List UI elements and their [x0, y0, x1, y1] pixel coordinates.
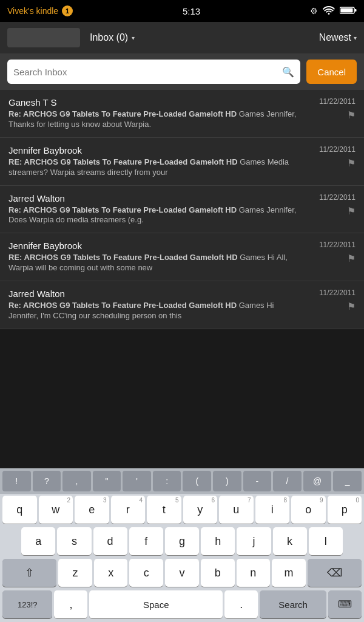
shift-icon: ⇧: [25, 567, 34, 578]
key-o[interactable]: 9o: [291, 496, 326, 524]
email-content: Jennifer Baybrook RE: ARCHOS G9 Tablets …: [8, 145, 298, 178]
email-date: 11/22/2011: [319, 193, 356, 202]
key-letter: y: [197, 504, 203, 515]
flag-icon[interactable]: ⚑: [347, 205, 356, 217]
key-letter: v: [180, 567, 185, 578]
sym-key[interactable]: 123!?: [2, 590, 52, 618]
key-d[interactable]: d: [93, 527, 127, 555]
key-num: 6: [211, 497, 215, 504]
email-meta: 11/22/2011 ⚑: [304, 97, 356, 121]
email-meta: 11/22/2011 ⚑: [304, 145, 356, 169]
key-letter: r: [126, 504, 130, 515]
inbox-label: Inbox (0): [90, 32, 128, 43]
key-v[interactable]: v: [165, 559, 199, 587]
app-title: Vivek's kindle: [7, 6, 58, 16]
key-num: 5: [175, 497, 179, 504]
search-input-wrap[interactable]: 🔍: [7, 60, 300, 84]
flag-icon[interactable]: ⚑: [347, 301, 356, 312]
key-z[interactable]: z: [58, 559, 92, 587]
key-letter: f: [144, 536, 147, 547]
special-key[interactable]: ): [213, 471, 241, 491]
email-item[interactable]: Ganesh T S Re: ARCHOS G9 Tablets To Feat…: [0, 90, 364, 138]
search-input[interactable]: [13, 67, 282, 77]
shift-key[interactable]: ⇧: [2, 559, 56, 587]
key-u[interactable]: 7u: [219, 496, 254, 524]
flag-icon[interactable]: ⚑: [347, 109, 356, 121]
battery-icon: [340, 6, 357, 16]
key-h[interactable]: h: [201, 527, 235, 555]
avatar-placeholder: [7, 28, 80, 47]
inbox-dropdown-arrow: ▾: [132, 35, 135, 41]
key-j[interactable]: j: [237, 527, 271, 555]
key-k[interactable]: k: [273, 527, 307, 555]
newest-selector[interactable]: Newest ▾: [319, 32, 357, 43]
special-key[interactable]: /: [273, 471, 302, 491]
top-bar: Inbox (0) ▾ Newest ▾: [0, 22, 364, 53]
key-g[interactable]: g: [165, 527, 199, 555]
comma-key[interactable]: ,: [54, 590, 87, 618]
cancel-button[interactable]: Cancel: [306, 60, 357, 84]
key-letter: m: [285, 567, 294, 578]
key-p[interactable]: 0p: [328, 496, 362, 524]
email-item[interactable]: Jennifer Baybrook RE: ARCHOS G9 Tablets …: [0, 138, 364, 186]
email-item[interactable]: Jarred Walton Re: ARCHOS G9 Tablets To F…: [0, 281, 364, 329]
key-letter: b: [215, 567, 221, 578]
space-label: Space: [143, 600, 169, 609]
key-y[interactable]: 6y: [183, 496, 218, 524]
key-num: 7: [248, 497, 251, 504]
search-bar: 🔍 Cancel: [0, 53, 364, 90]
key-s[interactable]: s: [57, 527, 91, 555]
key-r[interactable]: 4r: [111, 496, 146, 524]
svg-rect-1: [341, 8, 353, 12]
special-key[interactable]: @: [303, 471, 332, 491]
flag-icon[interactable]: ⚑: [347, 253, 356, 264]
key-i[interactable]: 8i: [255, 496, 290, 524]
newest-label: Newest: [319, 32, 351, 43]
special-key[interactable]: ": [93, 471, 121, 491]
key-e[interactable]: 3e: [75, 496, 109, 524]
key-a[interactable]: a: [21, 527, 55, 555]
email-meta: 11/22/2011 ⚑: [304, 289, 356, 312]
key-b[interactable]: b: [201, 559, 235, 587]
key-q[interactable]: q: [2, 496, 37, 524]
email-content: Jennifer Baybrook RE: ARCHOS G9 Tablets …: [8, 241, 298, 273]
backspace-key[interactable]: ⌫: [308, 559, 362, 587]
key-letter: z: [72, 567, 78, 578]
key-m[interactable]: m: [272, 559, 306, 587]
special-key[interactable]: ': [123, 471, 151, 491]
backspace-icon: ⌫: [327, 567, 342, 578]
key-f[interactable]: f: [129, 527, 163, 555]
key-w[interactable]: 2w: [39, 496, 73, 524]
special-key[interactable]: ?: [33, 471, 61, 491]
space-key[interactable]: Space: [89, 590, 223, 618]
key-letter: u: [233, 504, 239, 515]
email-content: Ganesh T S Re: ARCHOS G9 Tablets To Feat…: [8, 97, 298, 130]
key-c[interactable]: c: [129, 559, 163, 587]
search-key[interactable]: Search: [260, 590, 326, 618]
key-t[interactable]: 5t: [147, 496, 181, 524]
email-item[interactable]: Jennifer Baybrook RE: ARCHOS G9 Tablets …: [0, 233, 364, 281]
key-letter: t: [163, 504, 166, 515]
email-date: 11/22/2011: [319, 97, 356, 106]
flag-icon[interactable]: ⚑: [347, 157, 356, 169]
special-key[interactable]: _: [333, 471, 362, 491]
key-l[interactable]: l: [309, 527, 343, 555]
special-key[interactable]: ,: [62, 471, 91, 491]
email-item[interactable]: Jarred Walton Re: ARCHOS G9 Tablets To F…: [0, 186, 364, 234]
special-key[interactable]: (: [183, 471, 211, 491]
dot-key[interactable]: .: [224, 590, 258, 618]
special-key[interactable]: !: [2, 471, 31, 491]
email-content: Jarred Walton Re: ARCHOS G9 Tablets To F…: [8, 193, 298, 226]
status-icons: ⚙: [310, 6, 357, 16]
inbox-selector[interactable]: Inbox (0) ▾: [90, 32, 135, 43]
dot-label: .: [240, 599, 243, 610]
emoji-key[interactable]: ⌨: [328, 590, 362, 618]
email-sender: Ganesh T S: [8, 97, 298, 108]
special-key[interactable]: :: [153, 471, 181, 491]
special-key[interactable]: -: [243, 471, 272, 491]
key-x[interactable]: x: [94, 559, 128, 587]
key-n[interactable]: n: [237, 559, 271, 587]
settings-icon: ⚙: [310, 6, 318, 16]
key-num: 8: [283, 497, 287, 504]
key-letter: s: [72, 536, 77, 547]
